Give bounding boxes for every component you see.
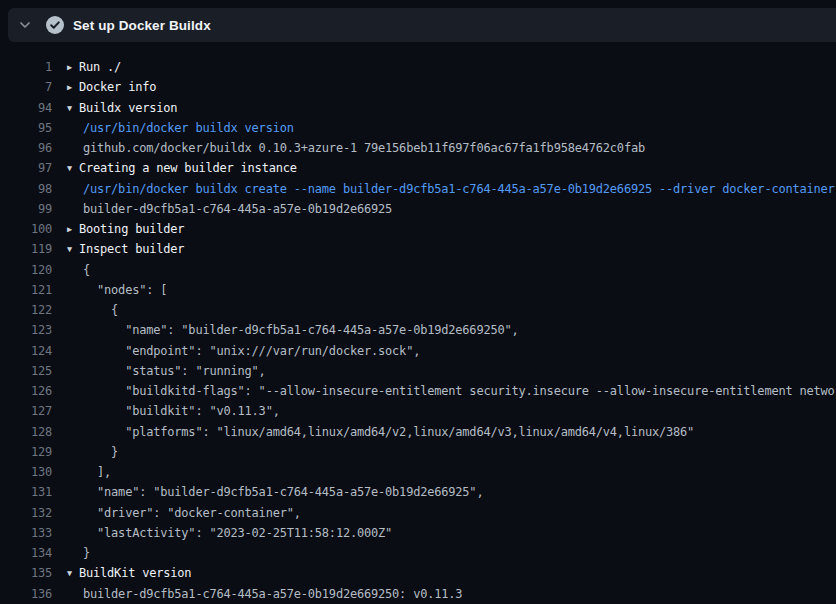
- line-number[interactable]: 96: [0, 138, 52, 158]
- output-text: {: [83, 263, 90, 277]
- log-line: 134}: [0, 543, 836, 563]
- group-title: Docker info: [79, 80, 156, 94]
- group-title: Booting builder: [79, 222, 184, 236]
- log-line: 126 "buildkitd-flags": "--allow-insecure…: [0, 381, 836, 401]
- output-text: "buildkit": "v0.11.3",: [83, 404, 280, 418]
- output-text: builder-d9cfb5a1-c764-445a-a57e-0b19d2e6…: [83, 587, 462, 601]
- log-line: 96github.com/docker/buildx 0.10.3+azure-…: [0, 138, 836, 158]
- log-line: 95/usr/bin/docker buildx version: [0, 118, 836, 138]
- log-group-line[interactable]: 94▼Buildx version: [0, 98, 836, 118]
- output-text: "buildkitd-flags": "--allow-insecure-ent…: [83, 384, 836, 398]
- log-container[interactable]: 1▶Run ./7▶Docker info94▼Buildx version95…: [0, 42, 836, 604]
- log-group-line[interactable]: 119▼Inspect builder: [0, 239, 836, 259]
- log-line: 120{: [0, 260, 836, 280]
- line-number[interactable]: 133: [0, 523, 52, 543]
- output-text: github.com/docker/buildx 0.10.3+azure-1 …: [83, 141, 645, 155]
- line-number[interactable]: 7: [0, 77, 52, 97]
- log-line: 128 "platforms": "linux/amd64,linux/amd6…: [0, 422, 836, 442]
- output-text: ],: [83, 465, 111, 479]
- line-number[interactable]: 122: [0, 300, 52, 320]
- line-number[interactable]: 95: [0, 118, 52, 138]
- line-number[interactable]: 134: [0, 543, 52, 563]
- log-line: 98/usr/bin/docker buildx create --name b…: [0, 179, 836, 199]
- group-collapsed-icon: ▶: [67, 77, 79, 97]
- line-number[interactable]: 136: [0, 584, 52, 604]
- output-text: builder-d9cfb5a1-c764-445a-a57e-0b19d2e6…: [83, 202, 392, 216]
- log-line: 121 "nodes": [: [0, 280, 836, 300]
- log-group-line[interactable]: 100▶Booting builder: [0, 219, 836, 239]
- log-group-line[interactable]: 97▼Creating a new builder instance: [0, 158, 836, 178]
- line-number[interactable]: 126: [0, 381, 52, 401]
- output-text: "driver": "docker-container",: [83, 506, 301, 520]
- output-text: "endpoint": "unix:///var/run/docker.sock…: [83, 344, 420, 358]
- output-text: "nodes": [: [83, 283, 167, 297]
- group-title: Creating a new builder instance: [79, 161, 297, 175]
- group-expanded-icon: ▼: [67, 98, 79, 118]
- line-number[interactable]: 119: [0, 239, 52, 259]
- chevron-down-icon[interactable]: [17, 17, 33, 33]
- output-text: }: [83, 445, 118, 459]
- line-number[interactable]: 94: [0, 98, 52, 118]
- line-number[interactable]: 97: [0, 158, 52, 178]
- group-expanded-icon: ▼: [67, 158, 79, 178]
- log-line: 125 "status": "running",: [0, 361, 836, 381]
- line-number[interactable]: 132: [0, 503, 52, 523]
- command-text: /usr/bin/docker buildx version: [83, 121, 294, 135]
- output-text: "platforms": "linux/amd64,linux/amd64/v2…: [83, 425, 694, 439]
- status-check-icon: [46, 16, 64, 34]
- log-line: 131 "name": "builder-d9cfb5a1-c764-445a-…: [0, 482, 836, 502]
- line-number[interactable]: 124: [0, 341, 52, 361]
- log-group-line[interactable]: 1▶Run ./: [0, 57, 836, 77]
- line-number[interactable]: 127: [0, 401, 52, 421]
- group-collapsed-icon: ▶: [67, 219, 79, 239]
- log-line: 132 "driver": "docker-container",: [0, 503, 836, 523]
- log-line: 130 ],: [0, 462, 836, 482]
- output-text: {: [83, 303, 118, 317]
- line-number[interactable]: 123: [0, 320, 52, 340]
- line-number[interactable]: 100: [0, 219, 52, 239]
- command-text: /usr/bin/docker buildx create --name bui…: [83, 182, 836, 196]
- group-expanded-icon: ▼: [67, 239, 79, 259]
- log-line: 122 {: [0, 300, 836, 320]
- group-title: Buildx version: [79, 101, 177, 115]
- log-line: 136builder-d9cfb5a1-c764-445a-a57e-0b19d…: [0, 584, 836, 604]
- group-title: Inspect builder: [79, 242, 184, 256]
- line-number[interactable]: 125: [0, 361, 52, 381]
- log-line: 124 "endpoint": "unix:///var/run/docker.…: [0, 341, 836, 361]
- group-collapsed-icon: ▶: [67, 57, 79, 77]
- group-expanded-icon: ▼: [67, 563, 79, 583]
- line-number[interactable]: 99: [0, 199, 52, 219]
- line-number[interactable]: 130: [0, 462, 52, 482]
- group-title: Run ./: [79, 60, 121, 74]
- line-number[interactable]: 120: [0, 260, 52, 280]
- line-number[interactable]: 128: [0, 422, 52, 442]
- log-line: 129 }: [0, 442, 836, 462]
- output-text: "status": "running",: [83, 364, 266, 378]
- output-text: "name": "builder-d9cfb5a1-c764-445a-a57e…: [83, 323, 519, 337]
- log-group-line[interactable]: 135▼BuildKit version: [0, 563, 836, 583]
- line-number[interactable]: 98: [0, 179, 52, 199]
- log-line: 99builder-d9cfb5a1-c764-445a-a57e-0b19d2…: [0, 199, 836, 219]
- line-number[interactable]: 129: [0, 442, 52, 462]
- log-line: 133 "lastActivity": "2023-02-25T11:58:12…: [0, 523, 836, 543]
- step-header[interactable]: Set up Docker Buildx: [8, 8, 836, 42]
- log-line: 123 "name": "builder-d9cfb5a1-c764-445a-…: [0, 320, 836, 340]
- output-text: }: [83, 546, 90, 560]
- log-group-line[interactable]: 7▶Docker info: [0, 77, 836, 97]
- step-title: Set up Docker Buildx: [73, 18, 211, 33]
- line-number[interactable]: 1: [0, 57, 52, 77]
- line-number[interactable]: 121: [0, 280, 52, 300]
- group-title: BuildKit version: [79, 566, 191, 580]
- output-text: "lastActivity": "2023-02-25T11:58:12.000…: [83, 526, 392, 540]
- line-number[interactable]: 135: [0, 563, 52, 583]
- line-number[interactable]: 131: [0, 482, 52, 502]
- log-line: 127 "buildkit": "v0.11.3",: [0, 401, 836, 421]
- output-text: "name": "builder-d9cfb5a1-c764-445a-a57e…: [83, 485, 483, 499]
